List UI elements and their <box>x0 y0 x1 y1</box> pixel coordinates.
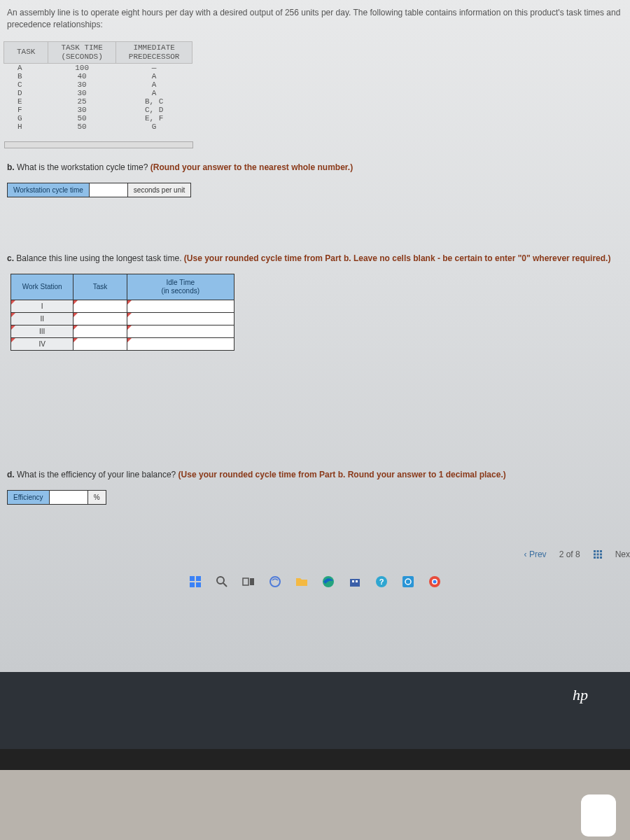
precedence-table: TASK TASK TIME (SECONDS) IMMEDIATE PREDE… <box>4 41 192 131</box>
workstation-table: Work Station Task Idle Time (in seconds)… <box>10 274 234 351</box>
page-count: 2 of 8 <box>559 550 580 559</box>
cycle-time-label: Workstation cycle time <box>7 183 90 197</box>
next-button[interactable]: Nex <box>615 550 630 559</box>
svg-point-28 <box>433 580 437 583</box>
part-d-question: d. What is the efficiency of your line b… <box>0 470 630 479</box>
grid-icon[interactable] <box>593 550 603 559</box>
part-c-hint: (Use your rounded cycle time from Part b… <box>184 253 611 263</box>
svg-rect-1 <box>596 550 598 552</box>
efficiency-unit: % <box>88 490 106 505</box>
desk-surface <box>0 770 630 840</box>
svg-rect-6 <box>594 556 596 559</box>
table-row: A100— <box>4 63 192 72</box>
svg-rect-8 <box>600 556 602 559</box>
task-view-icon[interactable] <box>240 573 257 590</box>
windows-taskbar[interactable]: ? <box>0 568 630 596</box>
ws-task-input[interactable] <box>74 312 127 325</box>
table-row: H50G <box>4 122 192 131</box>
table-row: G50E, F <box>4 114 192 122</box>
store-icon[interactable] <box>346 573 363 590</box>
part-d-label: d. <box>7 470 15 479</box>
th-pred: IMMEDIATE PREDECESSOR <box>115 41 192 63</box>
svg-rect-7 <box>596 556 598 559</box>
part-b-text: What is the workstation cycle time? <box>17 162 148 172</box>
table-row: C30A <box>4 80 192 89</box>
hp-logo: hp <box>573 686 588 704</box>
svg-rect-9 <box>190 576 195 581</box>
table-row: IV <box>11 337 234 350</box>
svg-rect-20 <box>352 580 354 582</box>
chrome-icon[interactable] <box>426 573 443 590</box>
part-b-label: b. <box>7 162 15 172</box>
laptop-bezel: hp <box>0 672 630 770</box>
svg-rect-15 <box>243 578 248 585</box>
ws-idle-input[interactable] <box>127 337 234 350</box>
edge-icon[interactable] <box>320 573 337 590</box>
part-b-hint: (Round your answer to the nearest whole … <box>150 162 353 172</box>
svg-text:?: ? <box>379 578 384 586</box>
cycle-time-input[interactable] <box>90 183 128 197</box>
svg-line-14 <box>223 583 227 587</box>
svg-rect-12 <box>196 582 201 587</box>
table-row: II <box>11 312 234 325</box>
part-c-text: Balance this line using the longest task… <box>16 253 181 263</box>
ws-task-input[interactable] <box>74 300 127 312</box>
ws-th-idle: Idle Time (in seconds) <box>127 274 234 300</box>
help-icon[interactable]: ? <box>373 573 390 590</box>
chat-icon[interactable] <box>267 573 284 590</box>
part-b-question: b. What is the workstation cycle time? (… <box>0 162 630 172</box>
ws-th-task: Task <box>74 274 127 300</box>
table-row: F30C, D <box>4 106 192 114</box>
ws-idle-input[interactable] <box>127 312 234 325</box>
svg-rect-10 <box>196 576 201 581</box>
table-row: I <box>11 300 234 312</box>
prev-label: Prev <box>529 550 547 559</box>
part-d-hint: (Use your rounded cycle time from Part b… <box>178 470 506 479</box>
table-row: III <box>11 325 234 337</box>
table-row: B40A <box>4 72 192 80</box>
svg-rect-2 <box>600 550 602 552</box>
svg-rect-24 <box>402 576 414 587</box>
svg-rect-0 <box>594 550 596 552</box>
svg-point-13 <box>217 577 224 584</box>
ws-th-station: Work Station <box>11 274 74 300</box>
ws-task-input[interactable] <box>74 325 127 337</box>
svg-rect-21 <box>356 580 358 582</box>
svg-rect-3 <box>594 553 596 555</box>
table-row: E25B, C <box>4 97 192 106</box>
ws-idle-input[interactable] <box>127 325 234 337</box>
ws-task-input[interactable] <box>74 337 127 350</box>
efficiency-input[interactable] <box>50 490 88 505</box>
search-icon[interactable] <box>214 573 230 590</box>
svg-rect-16 <box>250 578 254 585</box>
start-icon[interactable] <box>187 573 204 590</box>
svg-rect-19 <box>350 579 360 587</box>
cycle-time-unit: seconds per unit <box>128 183 191 197</box>
part-c-question: c. Balance this line using the longest t… <box>0 253 630 263</box>
ws-idle-input[interactable] <box>127 300 234 312</box>
efficiency-label: Efficiency <box>7 490 50 505</box>
th-time: TASK TIME (SECONDS) <box>48 41 115 63</box>
svg-rect-5 <box>600 553 602 555</box>
table-scrollbar[interactable] <box>4 141 193 148</box>
prev-button[interactable]: ‹ Prev <box>524 550 547 559</box>
airpods-case <box>581 794 616 836</box>
keyboard-edge <box>0 749 630 770</box>
explorer-icon[interactable] <box>293 573 310 590</box>
svg-rect-11 <box>190 582 195 587</box>
svg-point-17 <box>270 577 280 587</box>
th-task: TASK <box>4 41 48 63</box>
svg-rect-4 <box>596 553 598 555</box>
table-row: D30A <box>4 89 192 97</box>
question-intro: An assembly line is to operate eight hou… <box>0 7 630 38</box>
part-c-label: c. <box>7 253 14 263</box>
camera-icon[interactable] <box>400 573 416 590</box>
part-d-text: What is the efficiency of your line bala… <box>17 470 176 479</box>
